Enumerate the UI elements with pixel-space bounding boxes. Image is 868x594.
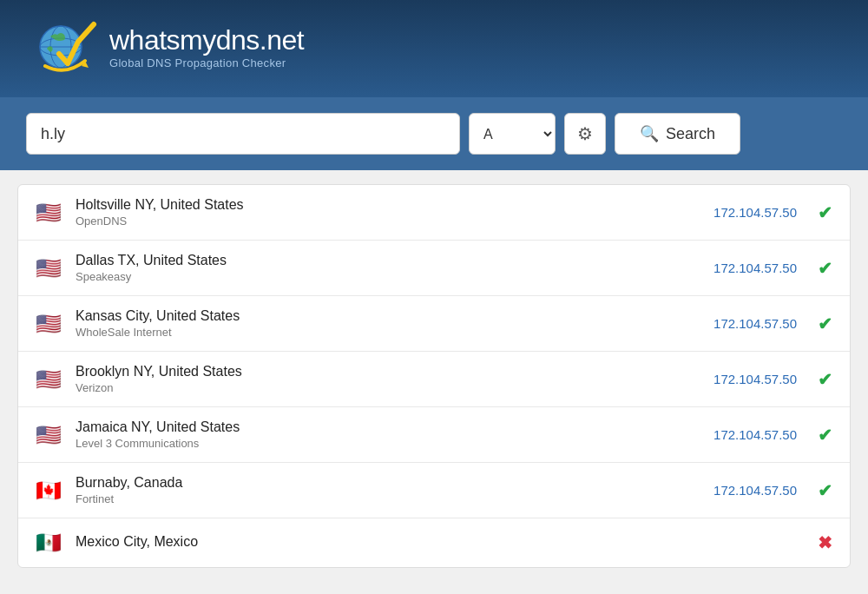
flag-icon: 🇺🇸 (36, 423, 63, 447)
provider-name: WholeSale Internet (76, 326, 701, 339)
location-name: Burnaby, Canada (76, 475, 701, 491)
search-label: Search (666, 125, 715, 143)
status-icon: ✔ (818, 425, 832, 446)
location-name: Dallas TX, United States (76, 253, 701, 268)
status-icon: ✔ (818, 480, 832, 501)
location-name: Kansas City, United States (76, 308, 701, 324)
table-row: 🇲🇽Mexico City, Mexico✖ (18, 518, 850, 567)
site-subtitle: Global DNS Propagation Checker (109, 56, 304, 69)
table-row: 🇨🇦Burnaby, CanadaFortinet172.104.57.50✔ (18, 463, 850, 518)
provider-name: OpenDNS (76, 214, 701, 228)
flag-icon: 🇺🇸 (36, 201, 63, 225)
table-row: 🇺🇸Kansas City, United StatesWholeSale In… (18, 296, 850, 352)
provider-name: Verizon (76, 381, 701, 394)
results-container: 🇺🇸Holtsville NY, United StatesOpenDNS172… (17, 184, 851, 568)
status-icon: ✔ (818, 258, 832, 279)
settings-button[interactable]: ⚙ (564, 113, 606, 155)
location-info: Kansas City, United StatesWholeSale Inte… (76, 308, 701, 339)
search-input[interactable] (26, 113, 460, 155)
table-row: 🇺🇸Jamaica NY, United StatesLevel 3 Commu… (18, 407, 850, 463)
logo-text-block: whatsmydns.net Global DNS Propagation Ch… (109, 24, 304, 69)
table-row: 🇺🇸Dallas TX, United StatesSpeakeasy172.1… (18, 241, 850, 296)
location-name: Mexico City, Mexico (76, 534, 785, 550)
location-info: Brooklyn NY, United StatesVerizon (76, 364, 701, 394)
location-name: Jamaica NY, United States (76, 419, 701, 435)
location-info: Mexico City, Mexico (76, 534, 785, 551)
status-icon: ✔ (818, 369, 832, 390)
status-icon: ✔ (818, 202, 832, 223)
ip-address: 172.104.57.50 (713, 261, 797, 275)
header: whatsmydns.net Global DNS Propagation Ch… (0, 0, 868, 97)
flag-icon: 🇺🇸 (36, 312, 63, 336)
provider-name: Speakeasy (76, 270, 701, 283)
location-name: Brooklyn NY, United States (76, 364, 701, 380)
flag-icon: 🇺🇸 (36, 367, 63, 392)
logo-container: whatsmydns.net Global DNS Propagation Ch… (35, 16, 304, 78)
table-row: 🇺🇸Holtsville NY, United StatesOpenDNS172… (18, 185, 850, 241)
site-title: whatsmydns.net (109, 24, 304, 56)
table-row: 🇺🇸Brooklyn NY, United StatesVerizon172.1… (18, 352, 850, 407)
provider-name: Fortinet (76, 492, 701, 505)
location-name: Holtsville NY, United States (76, 197, 701, 213)
location-info: Dallas TX, United StatesSpeakeasy (76, 253, 701, 283)
location-info: Holtsville NY, United StatesOpenDNS (76, 197, 701, 228)
ip-address: 172.104.57.50 (713, 427, 797, 442)
dns-type-select[interactable]: A AAAA CNAME MX NS PTR SOA SRV TXT (469, 113, 556, 155)
location-info: Jamaica NY, United StatesLevel 3 Communi… (76, 419, 701, 450)
status-icon: ✔ (818, 314, 832, 334)
gear-icon: ⚙ (577, 123, 593, 144)
ip-address: 172.104.57.50 (713, 316, 797, 331)
ip-address: 172.104.57.50 (713, 372, 797, 386)
location-info: Burnaby, CanadaFortinet (76, 475, 701, 505)
search-icon: 🔍 (640, 124, 659, 143)
flag-icon: 🇨🇦 (36, 478, 63, 503)
ip-address: 172.104.57.50 (713, 205, 797, 220)
provider-name: Level 3 Communications (76, 437, 701, 450)
search-button[interactable]: 🔍 Search (615, 113, 740, 155)
status-icon: ✖ (818, 532, 832, 553)
search-bar: A AAAA CNAME MX NS PTR SOA SRV TXT ⚙ 🔍 S… (0, 97, 868, 170)
ip-address: 172.104.57.50 (713, 483, 797, 498)
flag-icon: 🇲🇽 (36, 531, 63, 555)
flag-icon: 🇺🇸 (36, 256, 63, 280)
logo-icon (35, 16, 97, 78)
